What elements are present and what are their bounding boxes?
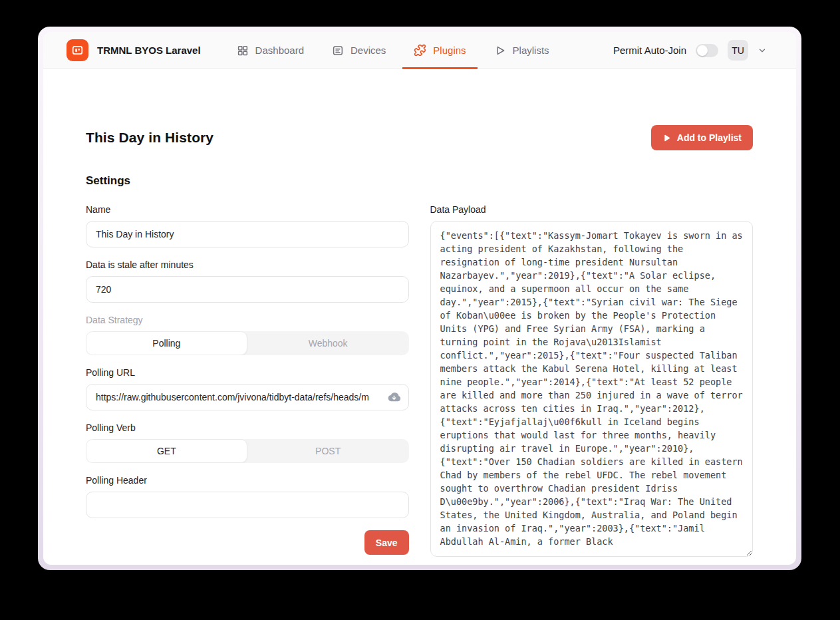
window-frame: TRMNL BYOS Laravel Dashboard: [38, 27, 801, 570]
settings-form-column: Name Data is stale after minutes Data St…: [86, 204, 409, 559]
name-label: Name: [86, 204, 409, 215]
data-strategy-segmented: Polling Webhook: [86, 331, 409, 355]
stale-field-group: Data is stale after minutes: [86, 259, 409, 303]
chevron-down-icon[interactable]: [758, 46, 767, 55]
trmnl-logo-icon[interactable]: [67, 39, 88, 61]
data-strategy-group: Data Strategy Polling Webhook: [86, 315, 409, 355]
dashboard-icon: [237, 45, 249, 57]
nav-dashboard[interactable]: Dashboard: [237, 32, 304, 69]
nav-plugins[interactable]: Plugins: [414, 32, 466, 69]
toggle-knob: [697, 45, 708, 56]
play-icon: [662, 134, 671, 142]
polling-header-group: Polling Header: [86, 475, 409, 518]
verb-option-get[interactable]: GET: [86, 439, 247, 463]
polling-url-group: Polling URL: [86, 367, 409, 410]
nav-playlists-label: Playlists: [513, 45, 549, 56]
nav-devices[interactable]: Devices: [332, 32, 386, 69]
polling-url-label: Polling URL: [86, 367, 409, 378]
play-icon: [494, 45, 506, 57]
polling-verb-label: Polling Verb: [86, 422, 409, 433]
data-payload-label: Data Payload: [430, 204, 754, 215]
page-title: This Day in History: [86, 130, 213, 146]
verb-option-post[interactable]: POST: [247, 439, 409, 463]
stale-minutes-input[interactable]: [86, 276, 409, 303]
nav-plugins-label: Plugins: [433, 45, 466, 56]
devices-icon: [332, 45, 344, 57]
save-button[interactable]: Save: [364, 530, 409, 555]
user-avatar[interactable]: TU: [728, 40, 748, 61]
polling-header-input[interactable]: [86, 492, 409, 518]
payload-column: Data Payload {"events":[{"text":"Kassym-…: [430, 204, 754, 559]
strategy-option-webhook[interactable]: Webhook: [247, 331, 409, 355]
data-strategy-label: Data Strategy: [86, 315, 409, 325]
settings-heading: Settings: [86, 174, 753, 188]
main-content: This Day in History Add to Playlist Sett…: [43, 69, 796, 565]
polling-header-label: Polling Header: [86, 475, 409, 486]
puzzle-icon: [414, 44, 426, 57]
permit-auto-join-toggle[interactable]: [696, 44, 718, 57]
name-field-group: Name: [86, 204, 409, 247]
data-payload-textarea[interactable]: {"events":[{"text":"Kassym-Jomart Tokaye…: [430, 221, 754, 557]
cloud-download-icon[interactable]: [387, 390, 401, 404]
settings-columns: Name Data is stale after minutes Data St…: [86, 204, 753, 559]
name-input[interactable]: [86, 221, 409, 247]
save-row: Save: [86, 530, 409, 555]
add-to-playlist-label: Add to Playlist: [677, 132, 742, 143]
polling-verb-group: Polling Verb GET POST: [86, 422, 409, 463]
polling-verb-segmented: GET POST: [86, 439, 409, 463]
add-to-playlist-button[interactable]: Add to Playlist: [651, 125, 753, 150]
main-nav: Dashboard Devices: [237, 32, 549, 69]
page-header-row: This Day in History Add to Playlist: [86, 125, 753, 150]
app-title: TRMNL BYOS Laravel: [97, 45, 201, 56]
nav-dashboard-label: Dashboard: [255, 45, 304, 56]
strategy-option-polling[interactable]: Polling: [86, 331, 247, 355]
nav-devices-label: Devices: [350, 45, 386, 56]
polling-url-input[interactable]: [86, 384, 409, 410]
stale-minutes-label: Data is stale after minutes: [86, 259, 409, 270]
top-navbar: TRMNL BYOS Laravel Dashboard: [43, 32, 796, 69]
app-window: TRMNL BYOS Laravel Dashboard: [43, 32, 796, 565]
permit-auto-join-label: Permit Auto-Join: [613, 45, 686, 56]
header-right-cluster: Permit Auto-Join TU: [613, 40, 767, 61]
nav-playlists[interactable]: Playlists: [494, 32, 549, 69]
